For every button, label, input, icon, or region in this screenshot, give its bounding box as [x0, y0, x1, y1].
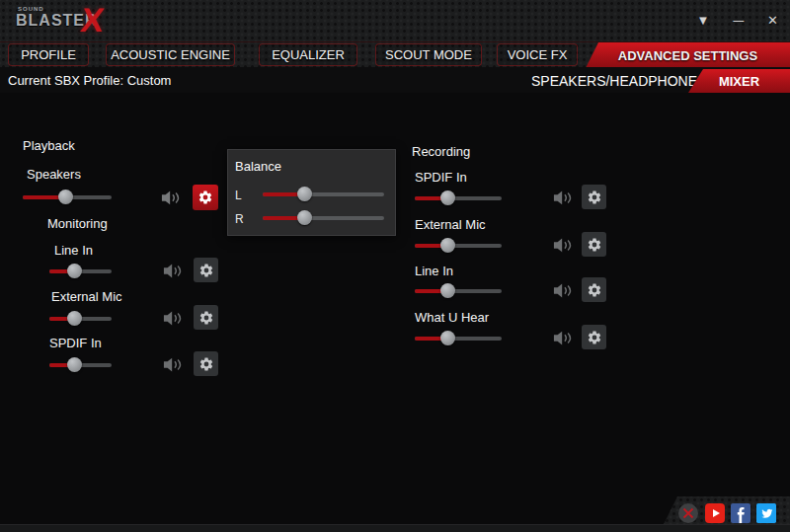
monitoring-external-mic-settings-button[interactable]	[194, 305, 218, 330]
recording-spdif-in-slider[interactable]	[415, 190, 502, 205]
monitoring-external-mic-label: External Mic	[51, 289, 122, 304]
monitoring-line-in-mute-icon[interactable]	[163, 263, 185, 279]
gear-icon	[587, 330, 602, 345]
sound-blasterx-logo: SOUND BLASTER X	[16, 4, 124, 39]
gear-icon	[198, 190, 213, 205]
monitoring-section-title: Monitoring	[47, 216, 108, 231]
monitoring-external-mic-mute-icon[interactable]	[163, 310, 185, 327]
gear-icon	[587, 190, 602, 205]
balance-right-slider[interactable]	[263, 210, 384, 225]
recording-section-title: Recording	[412, 144, 470, 159]
tab-advanced-settings[interactable]: ADVANCED SETTINGS	[586, 42, 790, 68]
bottom-edge-bar	[0, 524, 790, 532]
balance-title: Balance	[235, 159, 281, 174]
tab-equalizer[interactable]: EQUALIZER	[259, 43, 357, 66]
tab-speakers-headphones[interactable]: SPEAKERS/HEADPHONES	[531, 73, 706, 89]
recording-line-in-settings-button[interactable]	[582, 277, 606, 302]
recording-what-u-hear-mute-icon[interactable]	[553, 330, 575, 346]
recording-what-u-hear-settings-button[interactable]	[582, 325, 606, 349]
speakers-volume-slider[interactable]	[23, 190, 112, 204]
tab-voice-fx[interactable]: VOICE FX	[497, 43, 578, 66]
twitter-icon[interactable]	[756, 503, 776, 523]
slider-thumb[interactable]	[440, 283, 455, 298]
slider-thumb[interactable]	[440, 331, 455, 345]
recording-line-in-slider[interactable]	[415, 283, 502, 298]
recording-external-mic-label: External Mic	[415, 217, 486, 232]
current-sbx-profile-label: Current SBX Profile: Custom	[8, 73, 171, 88]
facebook-icon[interactable]	[731, 503, 750, 523]
balance-popup: Balance L R	[227, 149, 396, 236]
speakers-settings-button[interactable]	[193, 185, 218, 210]
recording-what-u-hear-label: What U Hear	[415, 310, 489, 325]
monitoring-spdif-in-slider[interactable]	[49, 357, 112, 372]
social-links-strip	[664, 496, 790, 524]
balance-right-label: R	[235, 212, 244, 226]
monitoring-external-mic-slider[interactable]	[49, 311, 112, 326]
recording-external-mic-settings-button[interactable]	[582, 232, 606, 257]
close-icon[interactable]: ✕	[767, 12, 778, 30]
tab-mixer[interactable]: MIXER	[688, 69, 790, 93]
slider-thumb[interactable]	[297, 210, 312, 225]
slider-thumb[interactable]	[67, 357, 82, 372]
monitoring-line-in-label: Line In	[54, 243, 93, 258]
slider-thumb[interactable]	[440, 238, 455, 253]
slider-thumb[interactable]	[67, 264, 82, 278]
balance-left-slider[interactable]	[263, 187, 384, 201]
recording-spdif-in-label: SPDIF In	[415, 170, 467, 185]
recording-spdif-in-mute-icon[interactable]	[553, 190, 575, 206]
blasterx-x-icon[interactable]	[678, 503, 698, 523]
blasterx-app-window: SOUND BLASTER X ▼ ─ ✕ PROFILE ACOUSTIC E…	[0, 0, 790, 532]
speakers-mute-icon[interactable]	[161, 190, 183, 206]
recording-spdif-in-settings-button[interactable]	[582, 185, 606, 209]
slider-thumb[interactable]	[67, 311, 82, 326]
monitoring-spdif-in-label: SPDIF In	[49, 336, 102, 350]
monitoring-spdif-in-mute-icon[interactable]	[163, 356, 185, 373]
slider-thumb[interactable]	[440, 190, 455, 205]
slider-thumb[interactable]	[297, 187, 312, 201]
recording-line-in-label: Line In	[415, 264, 453, 278]
gear-icon	[198, 263, 214, 278]
logo-x-mark: X	[78, 1, 106, 39]
title-bar: SOUND BLASTER X ▼ ─ ✕	[0, 0, 790, 41]
tab-profile[interactable]: PROFILE	[8, 43, 89, 66]
recording-what-u-hear-slider[interactable]	[415, 331, 502, 345]
monitoring-spdif-in-settings-button[interactable]	[194, 351, 218, 376]
gear-icon	[587, 237, 602, 253]
main-tab-bar: PROFILE ACOUSTIC ENGINE EQUALIZER SCOUT …	[0, 41, 790, 67]
monitoring-line-in-settings-button[interactable]	[194, 258, 218, 282]
slider-thumb[interactable]	[58, 190, 73, 204]
gear-icon	[198, 310, 214, 326]
recording-line-in-mute-icon[interactable]	[553, 282, 575, 299]
gear-icon	[587, 282, 602, 298]
playback-section-title: Playback	[23, 138, 75, 153]
tab-scout-mode[interactable]: SCOUT MODE	[375, 43, 482, 66]
mixer-panel: Playback Speakers Monitoring Line In	[0, 93, 790, 524]
dropdown-caret-icon[interactable]: ▼	[697, 12, 710, 30]
speakers-channel-label: Speakers	[27, 167, 81, 182]
window-controls: ▼ ─ ✕	[697, 12, 778, 30]
youtube-icon[interactable]	[705, 503, 725, 523]
tab-acoustic-engine[interactable]: ACOUSTIC ENGINE	[106, 43, 235, 66]
gear-icon	[198, 356, 214, 372]
sub-header-bar: Current SBX Profile: Custom SPEAKERS/HEA…	[0, 67, 790, 93]
minimize-icon[interactable]: ─	[733, 12, 744, 30]
recording-external-mic-mute-icon[interactable]	[553, 237, 575, 254]
recording-external-mic-slider[interactable]	[415, 238, 502, 253]
balance-left-label: L	[235, 189, 242, 202]
monitoring-line-in-slider[interactable]	[49, 264, 112, 278]
